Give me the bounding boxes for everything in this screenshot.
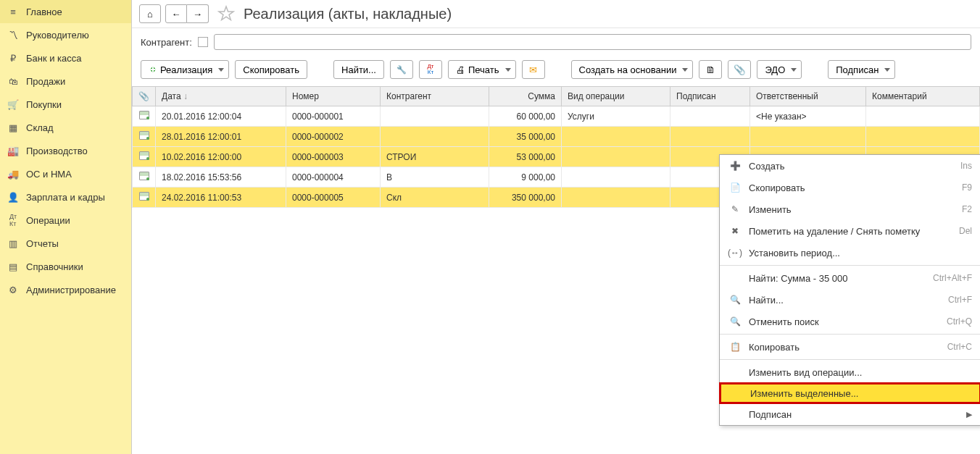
cell-operation: Услуги xyxy=(562,106,670,127)
sidebar-item-main[interactable]: ≡Главное xyxy=(0,0,131,23)
cell-sum: 35 000,00 xyxy=(489,127,562,147)
home-button[interactable]: ⌂ xyxy=(139,4,161,23)
separator xyxy=(720,265,980,266)
col-sum[interactable]: Сумма xyxy=(489,87,562,106)
caret-icon xyxy=(505,68,511,72)
find-button[interactable]: Найти... xyxy=(333,60,384,79)
attach-button[interactable]: 📎 xyxy=(728,60,751,79)
context-menu-item[interactable]: Изменить вид операции... xyxy=(720,361,980,383)
edit-icon: ✎ xyxy=(728,203,742,216)
context-menu-item[interactable]: 📄 Скопировать F9 xyxy=(720,177,980,198)
button-label: Подписан xyxy=(836,64,879,75)
context-menu-item[interactable]: Найти: Сумма - 35 000 Ctrl+Alt+F xyxy=(720,267,980,289)
ctx-label: Изменить вид операции... xyxy=(749,367,972,378)
context-menu-item[interactable]: 🔍 Найти... Ctrl+F xyxy=(720,289,980,311)
copy-icon: 📄 xyxy=(728,181,742,194)
sidebar-item-label: Производство xyxy=(26,146,88,156)
sidebar-item-label: Операции xyxy=(26,215,70,226)
document-status-icon xyxy=(139,192,149,201)
trend-icon: 〽 xyxy=(7,29,19,41)
context-menu-item[interactable]: 🔍 Отменить поиск Ctrl+Q xyxy=(720,311,980,332)
signed-button[interactable]: Подписан xyxy=(828,60,895,79)
context-menu-item[interactable]: ✖ Пометить на удаление / Снять пометку D… xyxy=(720,220,980,242)
edo-button[interactable]: ЭДО xyxy=(757,60,802,79)
sidebar-item-reports[interactable]: ▥Отчеты xyxy=(0,232,131,255)
filter-row: Контрагент: xyxy=(132,28,980,56)
create-based-button[interactable]: Создать на основании xyxy=(571,60,694,79)
print-button[interactable]: 🖨Печать xyxy=(448,60,516,79)
sidebar-item-label: Администрирование xyxy=(26,285,116,295)
blank-icon xyxy=(730,387,743,400)
mail-button[interactable]: ✉ xyxy=(522,60,545,79)
cancel-find-button[interactable]: 🔧 xyxy=(390,60,413,79)
sidebar-item-operations[interactable]: ДтКтОперации xyxy=(0,209,131,232)
header-bar: ⌂ ← → Реализация (акты, накладные) xyxy=(132,0,980,28)
dtct-button[interactable]: ДтКт xyxy=(419,60,442,79)
plus-icon xyxy=(149,65,157,74)
cell-operation xyxy=(562,147,670,167)
create-button[interactable]: Реализация xyxy=(141,60,229,79)
sidebar-item-catalogs[interactable]: ▤Справочники xyxy=(0,255,131,278)
sidebar-item-sales[interactable]: 🛍Продажи xyxy=(0,70,131,93)
col-operation[interactable]: Вид операции xyxy=(562,87,670,106)
col-signed[interactable]: Подписан xyxy=(670,87,750,106)
filter-checkbox[interactable] xyxy=(198,37,208,47)
context-menu-item[interactable]: (↔) Установить период... xyxy=(720,242,980,264)
blank-icon xyxy=(728,272,742,285)
context-menu: ➕ Создать Ins 📄 Скопировать F9 ✎ Изменит… xyxy=(719,154,980,426)
related-button[interactable]: 🗎 xyxy=(699,60,722,79)
context-menu-item[interactable]: Подписан ▶ xyxy=(720,403,980,425)
plus-icon: ➕ xyxy=(728,159,742,172)
ctx-shortcut: Ctrl+F xyxy=(948,295,972,305)
sidebar-item-hr[interactable]: 👤Зарплата и кадры xyxy=(0,185,131,209)
contragent-input[interactable] xyxy=(214,34,971,50)
forward-button[interactable]: → xyxy=(187,4,209,23)
cell-number: 0000-000001 xyxy=(286,106,381,127)
cell-signed xyxy=(670,106,750,127)
col-attach[interactable]: 📎 xyxy=(133,87,156,106)
col-comment[interactable]: Комментарий xyxy=(866,87,980,106)
col-responsible[interactable]: Ответственный xyxy=(750,87,866,106)
table-row[interactable]: 20.01.2016 12:00:04 0000-000001 60 000,0… xyxy=(133,106,980,127)
clipboard-icon: 📋 xyxy=(728,340,742,353)
back-button[interactable]: ← xyxy=(165,4,187,23)
sidebar-item-bank[interactable]: ₽Банк и касса xyxy=(0,46,131,70)
document-status-icon xyxy=(139,172,149,180)
ctx-label: Пометить на удаление / Снять пометку xyxy=(749,226,959,237)
cell-date: 20.01.2016 12:00:04 xyxy=(156,106,286,127)
col-contragent[interactable]: Контрагент xyxy=(381,87,489,106)
caret-icon xyxy=(791,68,797,72)
context-menu-item[interactable]: ✎ Изменить F2 xyxy=(720,198,980,220)
sidebar-item-manager[interactable]: 〽Руководителю xyxy=(0,23,131,46)
col-date[interactable]: Дата xyxy=(156,87,286,106)
sidebar-item-warehouse[interactable]: ▦Склад xyxy=(0,116,131,139)
context-menu-item[interactable]: ➕ Создать Ins xyxy=(720,155,980,177)
col-number[interactable]: Номер xyxy=(286,87,381,106)
cell-operation xyxy=(562,188,670,208)
sidebar-item-assets[interactable]: 🚚ОС и НМА xyxy=(0,162,131,185)
cell-contragent: СТРОИ xyxy=(381,147,489,167)
book-icon: ▤ xyxy=(7,261,19,272)
sidebar-item-purchases[interactable]: 🛒Покупки xyxy=(0,93,131,116)
cell-sum: 9 000,00 xyxy=(489,167,562,188)
cell-signed xyxy=(670,127,750,147)
cell-number: 0000-000005 xyxy=(286,188,381,208)
context-menu-item[interactable]: Изменить выделенные... xyxy=(719,382,980,404)
separator xyxy=(720,359,980,360)
sidebar-item-production[interactable]: 🏭Производство xyxy=(0,139,131,162)
context-menu-item[interactable]: 📋 Копировать Ctrl+C xyxy=(720,336,980,358)
chart-icon: ▥ xyxy=(7,237,19,249)
favorite-icon[interactable] xyxy=(217,5,235,22)
sidebar-item-label: Главное xyxy=(26,7,62,17)
sidebar-item-admin[interactable]: ⚙Администрирование xyxy=(0,278,131,301)
cell-date: 18.02.2016 15:53:56 xyxy=(156,167,286,188)
sidebar-item-label: Банк и касса xyxy=(26,53,82,64)
sidebar-item-label: Отчеты xyxy=(26,238,59,249)
cell-contragent xyxy=(381,127,489,147)
ruble-icon: ₽ xyxy=(7,52,19,64)
cell-date: 24.02.2016 11:00:53 xyxy=(156,188,286,208)
truck-icon: 🚚 xyxy=(7,168,19,180)
copy-button[interactable]: Скопировать xyxy=(235,60,307,79)
cell-responsible: <Не указан> xyxy=(750,106,866,127)
table-row[interactable]: 28.01.2016 12:00:01 0000-000002 35 000,0… xyxy=(133,127,980,147)
